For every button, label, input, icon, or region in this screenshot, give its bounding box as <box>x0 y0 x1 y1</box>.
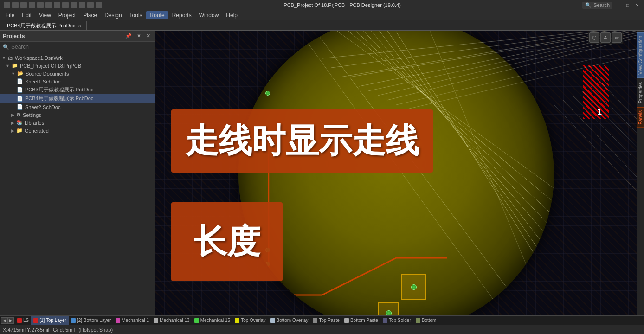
tab-pcbdoc[interactable]: PCB4用于做教程展示.PcbDoc ✕ <box>2 21 87 30</box>
menu-tools[interactable]: Tools <box>126 11 146 19</box>
toolbar-icon-11[interactable] <box>96 2 102 8</box>
layer-tab-mech1[interactable]: Mechanical 1 <box>113 316 151 325</box>
toolbar-icon-9[interactable] <box>79 2 85 8</box>
sidebar-menu-button[interactable]: ▼ <box>135 32 143 39</box>
layer-bottom-overlay-label: Bottom Overlay <box>277 318 309 323</box>
minimize-button[interactable]: — <box>615 2 622 8</box>
search-label: Search <box>593 2 610 8</box>
toolbar-icon-8[interactable] <box>71 2 77 8</box>
tree-item-source-docs[interactable]: ▼ 📂 Source Documents <box>0 70 155 77</box>
source-docs-label: Source Documents <box>26 71 69 77</box>
sidebar-tree: ▼ 🗂 Workspace1.DsnWrk ▼ 📁 PCB_Project Of… <box>0 52 155 315</box>
search-icon: 🔍 <box>3 44 9 50</box>
toolbar-icon-4[interactable] <box>37 2 44 8</box>
project-icon: 📁 <box>12 63 18 69</box>
toolbar-icon-10[interactable] <box>87 2 94 8</box>
titlebar-controls: 🔍 Search — □ ✕ <box>582 2 640 9</box>
menu-route[interactable]: Route <box>146 11 168 19</box>
pcb-canvas-area[interactable]: 1 ⬡ A ✏ 走线时显示走线 <box>155 31 637 315</box>
tree-item-generated[interactable]: ▶ 📁 Generated <box>0 127 155 135</box>
sidebar: Projects 📌 ▼ ✕ 🔍 ▼ 🗂 Workspace1.DsnWrk ▼… <box>0 31 155 315</box>
panel-tab-properties[interactable]: Properties <box>637 79 644 107</box>
layer-tab-bottom[interactable]: [2] Bottom Layer <box>69 316 113 325</box>
toolbar-icon-5[interactable] <box>45 2 52 8</box>
status-grid: Grid: 5mil <box>53 327 75 333</box>
sidebar-pin-button[interactable]: 📌 <box>124 32 133 39</box>
layer-top-solder-label: Top Solder <box>389 318 411 323</box>
panel-tab-panels[interactable]: Panels <box>637 107 644 128</box>
tree-item-pcb4[interactable]: 📄 PCB4用于做教程展示.PcbDoc <box>0 94 155 103</box>
layer-top-overlay-label: Top Overlay <box>241 318 265 323</box>
pcb-number-label: 1 <box>597 107 602 117</box>
layer-tab-top[interactable]: [1] Top Layer <box>31 316 69 325</box>
layer-tab-top-paste[interactable]: Top Paste <box>310 316 341 325</box>
main-layout: Projects 📌 ▼ ✕ 🔍 ▼ 🗂 Workspace1.DsnWrk ▼… <box>0 31 644 315</box>
tree-item-project[interactable]: ▼ 📁 PCB_Project Of 18.PrjPCB <box>0 62 155 70</box>
menu-file[interactable]: File <box>2 11 18 19</box>
status-snap: (Hotspot Snap) <box>78 327 113 333</box>
menu-window[interactable]: Window <box>195 11 223 19</box>
toolbar-icon-2[interactable] <box>20 2 27 8</box>
search-icon-title: 🔍 <box>585 2 592 8</box>
layer-tab-ls[interactable]: LS <box>15 316 31 325</box>
tree-item-settings[interactable]: ▶ ⚙ Settings <box>0 111 155 119</box>
sidebar-header: Projects 📌 ▼ ✕ <box>0 31 155 42</box>
menu-place[interactable]: Place <box>79 11 101 19</box>
layer-mech1-label: Mechanical 1 <box>122 318 149 323</box>
expand-icon: ▶ <box>11 113 14 117</box>
tree-item-workspace[interactable]: ▼ 🗂 Workspace1.DsnWrk <box>0 54 155 62</box>
app-icon <box>4 2 10 8</box>
layer-nav-prev[interactable]: ◀ <box>1 317 7 324</box>
close-button[interactable]: ✕ <box>634 2 640 8</box>
tree-item-sheet1[interactable]: 📄 Sheet1.SchDoc <box>0 77 155 85</box>
menu-design[interactable]: Design <box>101 11 125 19</box>
pcb4-label: PCB4用于做教程展示.PcbDoc <box>25 95 93 102</box>
sidebar-search-bar[interactable]: 🔍 <box>0 42 155 52</box>
layer-tab-top-solder[interactable]: Top Solder <box>380 316 413 325</box>
maximize-button[interactable]: □ <box>625 2 631 8</box>
layer-top-label: [1] Top Layer <box>39 318 66 323</box>
layer-bottom-paste-label: Bottom Paste <box>350 318 378 323</box>
layer-tab-top-overlay[interactable]: Top Overlay <box>232 316 268 325</box>
window-title: PCB_Project Of 18.PrjPCB - PCB Designer … <box>102 2 582 8</box>
layer-tab-bottom-paste[interactable]: Bottom Paste <box>342 316 380 325</box>
expand-icon: ▼ <box>6 64 10 68</box>
layer-tab-mech15[interactable]: Mechanical 15 <box>192 316 232 325</box>
menu-project[interactable]: Project <box>55 11 79 19</box>
sheet2-label: Sheet2.SchDoc <box>25 104 60 110</box>
toolbar-icon-1[interactable] <box>12 2 19 8</box>
layer-nav-next[interactable]: ▶ <box>7 317 14 324</box>
overlay-main-text-box: 走线时显示走线 <box>171 109 433 173</box>
menu-help[interactable]: Help <box>222 11 241 19</box>
tabbar: PCB4用于做教程展示.PcbDoc ✕ <box>0 20 644 31</box>
tree-item-pcb3[interactable]: 📄 PCB3用于做教程展示.PcbDoc <box>0 85 155 94</box>
layer-button[interactable]: ⬡ <box>589 32 599 43</box>
generated-icon: 📁 <box>16 128 23 134</box>
expand-icon: ▼ <box>2 56 6 60</box>
project-label: PCB_Project Of 18.PrjPCB <box>20 63 81 69</box>
workspace-icon: 🗂 <box>8 55 13 61</box>
toolbar-icon-3[interactable] <box>29 2 35 8</box>
menu-edit[interactable]: Edit <box>18 11 35 19</box>
sheet1-label: Sheet1.SchDoc <box>25 79 60 84</box>
panel-tab-view-config[interactable]: View Configuration <box>637 32 644 78</box>
sidebar-title: Projects <box>3 33 25 39</box>
tab-close-button[interactable]: ✕ <box>78 24 82 28</box>
layer-tab-bottom-overlay[interactable]: Bottom Overlay <box>268 316 311 325</box>
canvas-toolbar: ⬡ A ✏ <box>588 32 623 44</box>
sidebar-close-button[interactable]: ✕ <box>145 32 152 39</box>
title-search-box[interactable]: 🔍 Search <box>582 2 612 9</box>
layer-tabs: ◀ ▶ LS [1] Top Layer [2] Bottom Layer Me… <box>0 315 644 325</box>
tree-item-sheet2[interactable]: 📄 Sheet2.SchDoc <box>0 103 155 111</box>
layer-tab-mech13[interactable]: Mechanical 13 <box>151 316 192 325</box>
menu-view[interactable]: View <box>35 11 55 19</box>
menu-reports[interactable]: Reports <box>168 11 195 19</box>
layer-tab-bottom-end[interactable]: Bottom <box>413 316 439 325</box>
text-tool-button[interactable]: A <box>600 32 611 43</box>
toolbar-icon-6[interactable] <box>54 2 60 8</box>
search-input[interactable] <box>11 44 152 50</box>
draw-tool-button[interactable]: ✏ <box>612 32 622 43</box>
tree-item-libraries[interactable]: ▶ 📚 Libraries <box>0 119 155 127</box>
pcb3-label: PCB3用于做教程展示.PcbDoc <box>25 86 93 93</box>
toolbar-icon-7[interactable] <box>62 2 69 8</box>
